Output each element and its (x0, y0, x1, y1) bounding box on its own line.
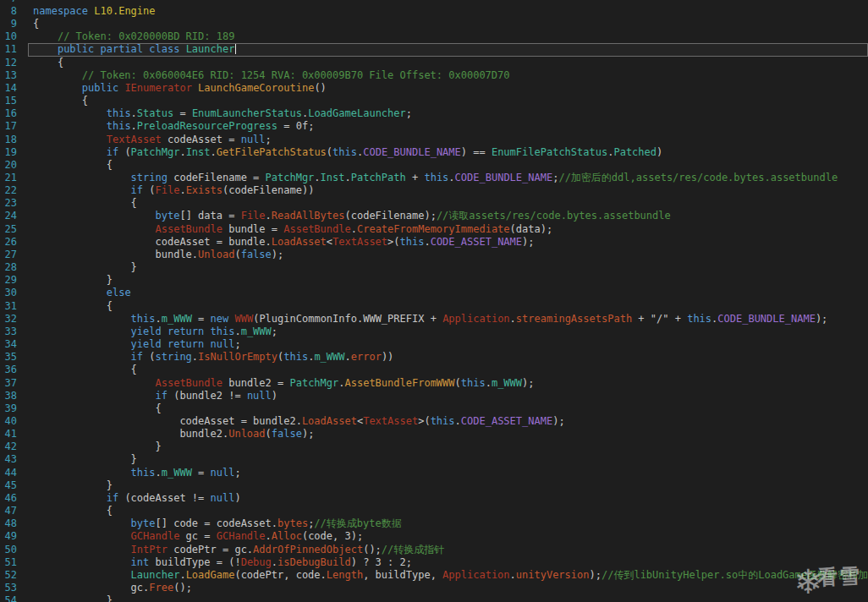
code-line[interactable]: 44 this.m_WWW = null; (0, 467, 868, 479)
code-line[interactable]: 47 { (0, 505, 868, 517)
line-number: 27 (0, 249, 22, 261)
code-line[interactable]: 21 string codeFilename = PatchMgr.Inst.P… (0, 172, 868, 184)
code-line[interactable]: 43 } (0, 453, 868, 466)
code-line[interactable]: 37 AssetBundle bundle2 = PatchMgr.AssetB… (0, 377, 868, 390)
code-token: { (33, 159, 113, 171)
code-text: this.Status = EnumLauncherStatus.LoadGam… (33, 107, 412, 120)
code-token: . (179, 569, 185, 581)
code-editor[interactable]: 78namespace L10.Engine9{10 // Token: 0x0… (0, 0, 868, 602)
code-line[interactable]: 51 int buildType = (!Debug.isDebugBuild)… (0, 556, 868, 569)
code-token: TextAsset (363, 415, 418, 427)
code-text: { (33, 159, 113, 172)
code-line[interactable]: 41 bundle2.Unload(false); (0, 428, 868, 441)
code-line[interactable]: 48 byte[] code = codeAsset.bytes;//转换成by… (0, 517, 868, 530)
code-token: bundle. (33, 249, 198, 260)
code-line[interactable]: 45 } (0, 479, 868, 492)
code-text: this.m_WWW = new WWW(PluginCommonInfo.WW… (33, 313, 827, 326)
code-token: ); (522, 236, 534, 248)
code-line[interactable]: 22 if (File.Exists(codeFilename)) (0, 184, 868, 197)
code-line[interactable]: 8namespace L10.Engine (0, 5, 868, 18)
code-line[interactable]: 12 { (0, 57, 868, 69)
code-token: streamingAssetsPath (516, 313, 632, 325)
code-line[interactable]: 13 // Token: 0x060004E6 RID: 1254 RVA: 0… (0, 69, 868, 82)
code-line[interactable]: 28 } (0, 261, 868, 274)
code-line[interactable]: 9{ (0, 18, 868, 30)
code-token: m_WWW (241, 326, 272, 337)
code-token: File (241, 210, 266, 222)
code-token (33, 351, 131, 363)
code-text: } (33, 453, 137, 466)
code-line[interactable]: 14 public IEnumerator LaunchGameCoroutin… (0, 82, 868, 95)
code-token (179, 43, 185, 55)
code-token: ; (272, 326, 277, 337)
code-line[interactable]: 23 { (0, 197, 868, 210)
code-token: Unload (198, 249, 234, 260)
code-line[interactable]: 16 this.Status = EnumLauncherStatus.Load… (0, 107, 868, 120)
code-token: error (351, 351, 382, 363)
code-token: this (131, 467, 156, 479)
code-token: (codePtr, code. (234, 569, 326, 581)
code-line[interactable]: 19 if (PatchMgr.Inst.GetFilePatchStatus(… (0, 146, 868, 159)
code-line[interactable]: 34 yield return null; (0, 338, 868, 351)
code-token: . (510, 313, 516, 325)
code-line[interactable]: 26 codeAsset = bundle.LoadAsset<TextAsse… (0, 236, 868, 249)
code-token: . (179, 146, 185, 158)
code-token: . (156, 467, 162, 479)
code-line[interactable]: 50 IntPtr codePtr = gc.AddrOfPinnedObjec… (0, 544, 868, 556)
code-line[interactable]: 39 { (0, 402, 868, 415)
code-text: { (33, 505, 113, 517)
code-token: Free (149, 582, 173, 594)
code-text: } (33, 594, 113, 602)
code-line[interactable]: 24 byte[] data = File.ReadAllBytes(codeF… (0, 210, 868, 222)
code-token: //读取assets/res/code.bytes.assetbundle (437, 210, 671, 222)
line-number: 46 (0, 492, 22, 505)
code-line[interactable]: 18 TextAsset codeAsset = null; (0, 134, 868, 146)
code-token (33, 69, 82, 81)
code-line[interactable]: 33 yield return this.m_WWW; (0, 326, 868, 338)
code-line[interactable]: 15 { (0, 95, 868, 107)
code-token: public partial class (58, 43, 180, 55)
code-line[interactable]: 30 else (0, 287, 868, 299)
code-text: { (33, 300, 113, 313)
code-token (33, 134, 107, 145)
code-line[interactable]: 52 Launcher.LoadGame(codePtr, code.Lengt… (0, 569, 868, 582)
code-line[interactable]: 31 { (0, 300, 868, 313)
line-number: 9 (0, 18, 22, 30)
code-line[interactable]: 32 this.m_WWW = new WWW(PluginCommonInfo… (0, 313, 868, 326)
code-token: IntPtr (131, 544, 168, 555)
code-token: File (156, 184, 180, 196)
code-line[interactable]: 29 } (0, 274, 868, 287)
code-line[interactable]: 40 codeAsset = bundle2.LoadAsset<TextAss… (0, 415, 868, 428)
code-text: else (33, 287, 131, 299)
code-token: if (107, 492, 118, 504)
code-line[interactable]: 42 } (0, 441, 868, 453)
code-token: if (107, 146, 118, 158)
code-text: { (33, 197, 137, 210)
code-line[interactable]: 27 bundle.Unload(false); (0, 249, 868, 261)
code-line[interactable]: 46 if (codeAsset != null) (0, 492, 868, 505)
code-token: Application (442, 313, 509, 325)
code-line[interactable]: 36 { (0, 364, 868, 376)
code-token: IEnumerator (124, 82, 191, 94)
code-token: public (82, 82, 118, 94)
line-number: 32 (0, 313, 22, 326)
code-line[interactable]: 38 if (bundle2 != null) (0, 390, 868, 402)
code-line[interactable]: 49 GCHandle gc = GCHandle.Alloc(code, 3)… (0, 530, 868, 543)
code-line[interactable]: 53 gc.Free(); (0, 582, 868, 594)
code-token: else (107, 287, 131, 298)
code-line[interactable]: 54 } (0, 594, 868, 602)
code-line[interactable]: 11 public partial class Launcher (0, 43, 868, 56)
code-token: if (131, 184, 143, 196)
code-token: Status (137, 107, 173, 119)
code-line[interactable]: 35 if (string.IsNullOrEmpty(this.m_WWW.e… (0, 351, 868, 364)
code-token: = (173, 107, 192, 119)
code-text: if (File.Exists(codeFilename)) (33, 184, 314, 197)
code-line[interactable]: 20 { (0, 159, 868, 172)
code-line[interactable]: 25 AssetBundle bundle = AssetBundle.Crea… (0, 223, 868, 236)
code-line[interactable]: 10 // Token: 0x020000BD RID: 189 (0, 30, 868, 43)
code-token: GCHandle (131, 530, 180, 542)
code-token (33, 467, 131, 479)
code-line[interactable]: 17 this.PreloadResourceProgress = 0f; (0, 120, 868, 133)
code-token: { (33, 505, 113, 517)
code-token: Launcher (186, 43, 235, 55)
